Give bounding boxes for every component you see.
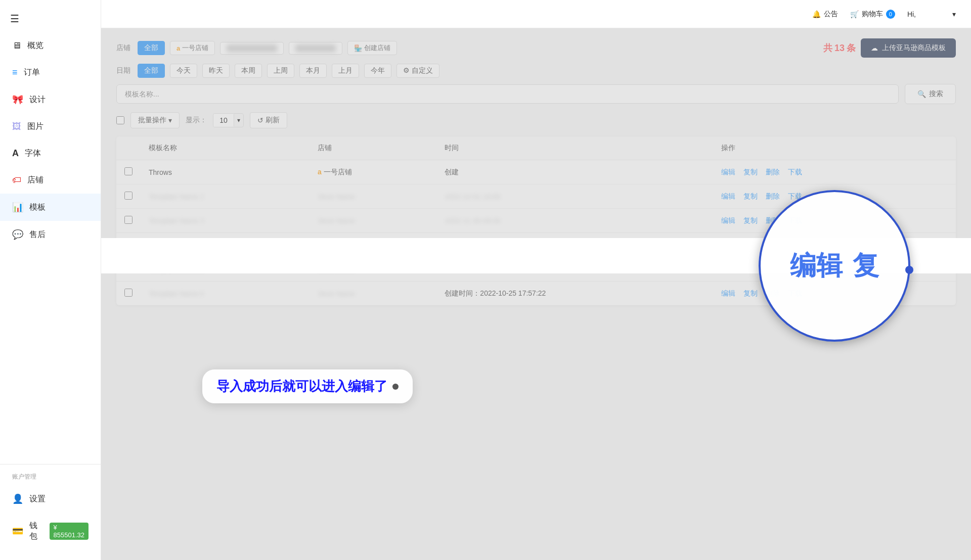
date-last-week-button[interactable]: 上周: [267, 64, 294, 78]
copy-link[interactable]: 复制: [743, 192, 758, 200]
create-store-label: 创建店铺: [364, 43, 390, 53]
edit-link[interactable]: 编辑: [721, 216, 735, 224]
copy-link[interactable]: 复制: [743, 241, 758, 249]
sidebar-item-label: 设计: [29, 95, 46, 105]
edit-link[interactable]: 编辑: [721, 168, 735, 176]
date-this-month-button[interactable]: 本月: [299, 64, 327, 78]
gear-icon: ⚙: [403, 66, 410, 74]
row-checkbox[interactable]: [124, 289, 133, 297]
create-store-button[interactable]: 🏪 创建店铺: [347, 41, 397, 55]
store-cell: Store Name: [310, 209, 436, 233]
batch-dropdown-icon: ▾: [168, 116, 172, 124]
date-all-button[interactable]: 全部: [138, 64, 165, 78]
time-cell: 2022-11-30 09:30: [436, 209, 713, 233]
display-count-arrow[interactable]: ▾: [234, 114, 243, 126]
stores-icon: 🏷: [12, 175, 21, 185]
store-all-button[interactable]: 全部: [138, 41, 165, 55]
template-name-cell: Template Name 2: [141, 184, 310, 209]
tooltip-box: 导入成功后就可以进入编辑了: [202, 369, 413, 403]
row-checkbox[interactable]: [124, 216, 133, 224]
search-label: 搜索: [929, 89, 943, 99]
row-checkbox[interactable]: [124, 192, 133, 200]
row-checkbox[interactable]: [124, 240, 133, 248]
zoom-dot-indicator: [905, 266, 913, 274]
row-checkbox-cell: [116, 282, 141, 306]
sidebar-item-templates[interactable]: 📊 模板: [0, 194, 101, 221]
copy-link[interactable]: 复制: [743, 216, 758, 224]
edit-link[interactable]: 编辑: [721, 265, 735, 273]
template-name-cell: Template Name 5: [141, 257, 310, 282]
topbar: 🔔 公告 🛒 购物车 0 Hi, ▾: [101, 0, 971, 28]
row-checkbox[interactable]: [124, 167, 133, 175]
date-last-month-button[interactable]: 上月: [332, 64, 359, 78]
date-custom-button[interactable]: ⚙ 自定义: [396, 64, 439, 78]
store2-filter[interactable]: [220, 42, 284, 55]
store-cell: Store Name: [310, 257, 436, 282]
display-count-input[interactable]: [213, 114, 234, 127]
time-cell: 2022-12-01 10:00: [436, 184, 713, 209]
date-filter-row: 日期 全部 今天 昨天 本周 上周 本月 上月 今年 ⚙ 自定义: [116, 64, 956, 78]
delete-link[interactable]: 删除: [766, 192, 780, 200]
announcement-label: 公告: [824, 10, 838, 19]
sidebar-item-design[interactable]: 🎀 设计: [0, 86, 101, 113]
sidebar-menu-button[interactable]: ☰: [0, 5, 101, 32]
row-checkbox-cell: [116, 233, 141, 257]
display-count-select[interactable]: ▾: [213, 113, 244, 127]
edit-link[interactable]: 编辑: [721, 289, 735, 297]
date-filter-label: 日期: [116, 66, 133, 75]
sidebar-item-orders[interactable]: ≡ 订单: [0, 59, 101, 86]
upload-template-button[interactable]: ☁ 上传亚马逊商品模板: [861, 38, 956, 58]
edit-link[interactable]: 编辑: [721, 192, 735, 200]
store3-filter[interactable]: [289, 42, 342, 55]
settings-icon: 👤: [12, 493, 23, 504]
date-yesterday-button[interactable]: 昨天: [202, 64, 230, 78]
announcement-button[interactable]: 🔔 公告: [812, 10, 838, 19]
sidebar-item-overview[interactable]: 🖥 概览: [0, 32, 101, 59]
date-this-year-button[interactable]: 今年: [364, 64, 391, 78]
col-store: 店铺: [310, 136, 436, 160]
select-all-checkbox[interactable]: [116, 116, 124, 124]
user-menu[interactable]: Hi, ▾: [907, 10, 956, 18]
cart-count: 0: [886, 10, 895, 19]
overview-icon: 🖥: [12, 40, 21, 51]
cart-label: 购物车: [862, 10, 883, 19]
template-name-cell: Throws: [141, 160, 310, 184]
sidebar-item-label: 店铺: [27, 175, 43, 185]
sidebar-wallet-label: 钱包: [29, 521, 41, 542]
row-checkbox[interactable]: [124, 264, 133, 272]
store1-filter[interactable]: a 一号店铺: [170, 41, 215, 55]
sidebar-item-stores[interactable]: 🏷 店铺: [0, 167, 101, 194]
search-input[interactable]: [116, 84, 899, 104]
refresh-button[interactable]: ↺ 刷新: [250, 112, 287, 128]
sidebar-item-settings[interactable]: 👤 设置: [0, 485, 101, 512]
search-button[interactable]: 🔍 搜索: [905, 84, 956, 104]
date-this-week-button[interactable]: 本周: [235, 64, 262, 78]
amazon-icon: a: [176, 44, 180, 52]
images-icon: 🖼: [12, 121, 21, 132]
store-cell: Store Name: [310, 184, 436, 209]
fonts-icon: A: [12, 148, 19, 159]
sidebar-item-aftersale[interactable]: 💬 售后: [0, 221, 101, 248]
copy-link[interactable]: 复制: [743, 289, 758, 297]
count-number: 13: [834, 43, 845, 53]
template-name-cell: Template Name 6: [141, 282, 310, 306]
store-cell: Store Name: [310, 233, 436, 257]
display-label: 显示：: [186, 116, 207, 125]
cart-button[interactable]: 🛒 购物车 0: [850, 10, 895, 19]
store1-label: 一号店铺: [182, 43, 208, 53]
copy-link[interactable]: 复制: [743, 265, 758, 273]
delete-link[interactable]: 删除: [766, 168, 780, 176]
search-icon: 🔍: [917, 90, 926, 98]
batch-operations-button[interactable]: 批量操作 ▾: [130, 112, 180, 128]
sidebar-item-images[interactable]: 🖼 图片: [0, 113, 101, 140]
store-cell: a 一号店铺: [310, 160, 436, 184]
store2-label: [227, 44, 277, 52]
sidebar-item-wallet[interactable]: 💳 钱包 ¥ 855501.32: [0, 512, 101, 550]
copy-link[interactable]: 复制: [743, 168, 758, 176]
sidebar-item-fonts[interactable]: A 字体: [0, 140, 101, 167]
upload-icon: ☁: [871, 44, 878, 52]
date-today-button[interactable]: 今天: [170, 64, 197, 78]
edit-link[interactable]: 编辑: [721, 241, 735, 249]
download-link[interactable]: 下载: [788, 168, 802, 176]
tooltip-dot: [392, 384, 399, 390]
